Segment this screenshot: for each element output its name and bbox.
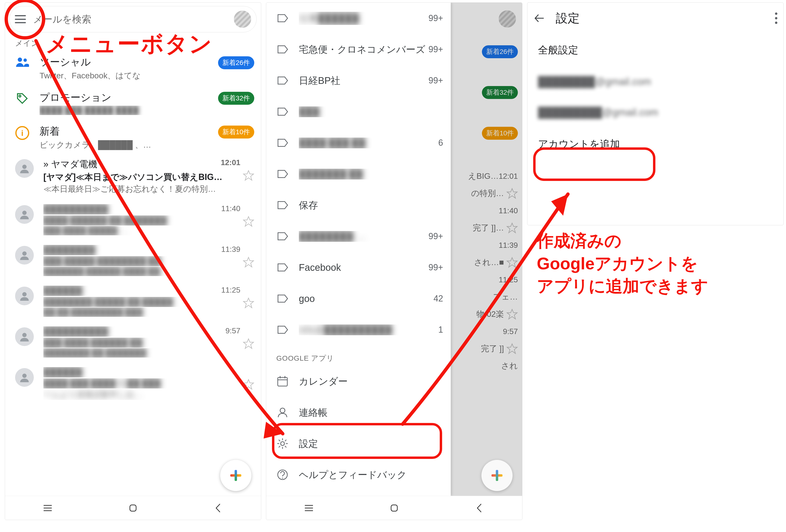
- message-from: ████████: [43, 245, 218, 255]
- message-row[interactable]: ██████████ 11:40 ████ ██████ ██ ███████ …: [5, 200, 261, 240]
- drawer-label-row[interactable]: ████ ███ ██ 6: [266, 127, 451, 158]
- svg-point-31: [282, 478, 283, 479]
- drawer-item-label: ヘルプとフィードバック: [299, 468, 443, 481]
- category-promotions[interactable]: プロモーション ████ ███ █████ ████ 新着32件: [5, 84, 261, 118]
- drawer-label-row[interactable]: 宅急便・クロネコメンバーズ 99+: [266, 34, 451, 65]
- message-time: 11:25: [221, 286, 240, 296]
- hamburger-icon[interactable]: [15, 15, 26, 23]
- drawer-settings[interactable]: 設定: [266, 428, 451, 459]
- drawer-item-label: ████ ███ ██: [299, 138, 438, 148]
- drawer-item-count: 99+: [429, 44, 443, 54]
- settings-general[interactable]: 全般設定: [527, 34, 783, 66]
- drawer-item-count: 6: [438, 138, 443, 148]
- svg-point-9: [22, 292, 27, 296]
- drawer-item-label: 日経BP社: [299, 74, 429, 87]
- category-updates[interactable]: i 新着 ビックカメラ、██████ 、… 新着10件: [5, 118, 261, 153]
- svg-point-7: [22, 251, 27, 256]
- message-from: ██████: [43, 367, 237, 377]
- back-arrow-icon[interactable]: [533, 12, 545, 24]
- label-icon: [276, 199, 289, 211]
- settings-appbar: 設定: [527, 3, 783, 34]
- label-icon: [276, 74, 289, 87]
- message-from: ██████████: [43, 204, 218, 214]
- message-snippet: ████████ ██ ███████: [43, 348, 240, 357]
- gear-icon: [276, 437, 289, 450]
- help-icon: [276, 468, 289, 481]
- contacts-icon: [276, 406, 289, 419]
- drawer-label-row[interactable]: Facebook 99+: [266, 252, 451, 283]
- sender-avatar-icon: [15, 327, 34, 346]
- drawer-label-row[interactable]: info@██████████ 1: [266, 314, 451, 345]
- category-sub: Twitter、Facebook、はてな: [40, 70, 218, 81]
- svg-point-5: [22, 211, 27, 215]
- category-sub: ████ ███ █████ ████: [40, 106, 218, 115]
- drawer-section-apps: GOOGLE アプリ: [266, 345, 451, 366]
- svg-marker-14: [244, 379, 254, 389]
- star-icon[interactable]: [243, 216, 254, 227]
- recents-icon[interactable]: [42, 503, 53, 513]
- message-subject: [ヤマダ]≪本日まで≫パソコン買い替えBIG…: [43, 171, 240, 183]
- back-icon[interactable]: [213, 503, 224, 513]
- android-navbar: [5, 496, 261, 520]
- message-row[interactable]: ████████ 11:39 ███ █████ ████████ ██ ███…: [5, 240, 261, 281]
- recents-icon[interactable]: [303, 503, 315, 513]
- plus-icon: [491, 470, 503, 481]
- sender-avatar-icon: [15, 368, 34, 387]
- home-icon[interactable]: [128, 503, 139, 513]
- badge: 新着10件: [218, 125, 254, 139]
- message-row[interactable]: ██████ ████ ███ ████ 01██ ███ ームより資格試験申し…: [5, 362, 261, 405]
- drawer-label-row[interactable]: goo 42: [266, 283, 451, 314]
- back-icon[interactable]: [474, 503, 485, 513]
- message-from: ██████: [43, 286, 218, 296]
- account-avatar[interactable]: [234, 10, 251, 28]
- message-snippet: ≪本日最終日≫ご応募お忘れなく！夏の特別…: [43, 184, 240, 194]
- phone-inbox: メールを検索 メイン ソーシャル Twitter、Facebook、はてな 新着…: [5, 2, 261, 520]
- drawer-label-row[interactable]: 日経BP社 99+: [266, 65, 451, 96]
- star-icon[interactable]: [243, 338, 254, 349]
- svg-marker-8: [244, 257, 254, 267]
- info-icon: i: [15, 124, 29, 140]
- drawer-label-row[interactable]: ████████ … 99+: [266, 221, 451, 252]
- home-icon[interactable]: [389, 503, 400, 513]
- category-social[interactable]: ソーシャル Twitter、Facebook、はてな 新着26件: [5, 49, 261, 84]
- drawer-label-row[interactable]: 仕事██████ 99+: [266, 3, 451, 34]
- message-row[interactable]: ██████ 11:25 ████████ █████ ██ █████ ██ …: [5, 281, 261, 322]
- compose-fab[interactable]: [481, 460, 513, 491]
- search-bar[interactable]: メールを検索: [9, 6, 257, 32]
- svg-rect-24: [278, 377, 287, 386]
- drawer-contacts[interactable]: 連絡帳: [266, 397, 451, 428]
- star-icon[interactable]: [243, 256, 254, 268]
- sender-avatar-icon: [15, 159, 34, 178]
- star-icon[interactable]: [243, 170, 254, 181]
- drawer-help[interactable]: ヘルプとフィードバック: [266, 459, 451, 490]
- message-snippet: ███████ ██████ ████ ██: [43, 267, 240, 276]
- settings-account-1[interactable]: ████████@gmail.com: [527, 66, 783, 97]
- settings-add-account[interactable]: アカウントを追加: [527, 128, 783, 160]
- drawer-item-count: 99+: [429, 262, 443, 273]
- section-main: メイン: [5, 32, 261, 49]
- message-row[interactable]: ██████████ 9:57 ███ ████ ██████ ██ █████…: [5, 322, 261, 362]
- drawer-item-label: 設定: [299, 437, 443, 450]
- drawer-item-label: カレンダー: [299, 375, 443, 388]
- settings-account-2[interactable]: █████████@gmail.com: [527, 97, 783, 128]
- drawer-item-label: goo: [299, 293, 434, 304]
- badge: 新着26件: [218, 56, 254, 69]
- drawer-label-row[interactable]: ███████ ██: [266, 158, 451, 189]
- message-snippet: ██ ██ █████████ ███: [43, 307, 240, 317]
- category-title: プロモーション: [40, 91, 218, 104]
- label-icon: [276, 230, 289, 242]
- drawer-label-row[interactable]: ███: [266, 96, 451, 127]
- annotation-add-account: 作成済みの Googleアカウントを アプリに追加できます: [537, 230, 708, 298]
- star-icon[interactable]: [243, 297, 254, 309]
- phone-drawer: 新着26件 新着32件 新着10件 えBIG… 12:01 の特別… 11:40…: [266, 2, 523, 520]
- overflow-icon[interactable]: [775, 13, 778, 24]
- drawer-label-row[interactable]: 保存: [266, 189, 451, 221]
- message-subject: ████ ██████ ██ ███████: [43, 215, 240, 226]
- label-icon: [276, 293, 289, 305]
- star-icon[interactable]: [243, 379, 254, 390]
- message-row[interactable]: » ヤマダ電機 12:01 [ヤマダ]≪本日まで≫パソコン買い替えBIG… ≪本…: [5, 153, 261, 200]
- svg-marker-6: [244, 217, 254, 226]
- drawer-calendar[interactable]: カレンダー: [266, 366, 451, 397]
- compose-fab[interactable]: [220, 460, 251, 491]
- drawer-item-count: 99+: [429, 13, 443, 23]
